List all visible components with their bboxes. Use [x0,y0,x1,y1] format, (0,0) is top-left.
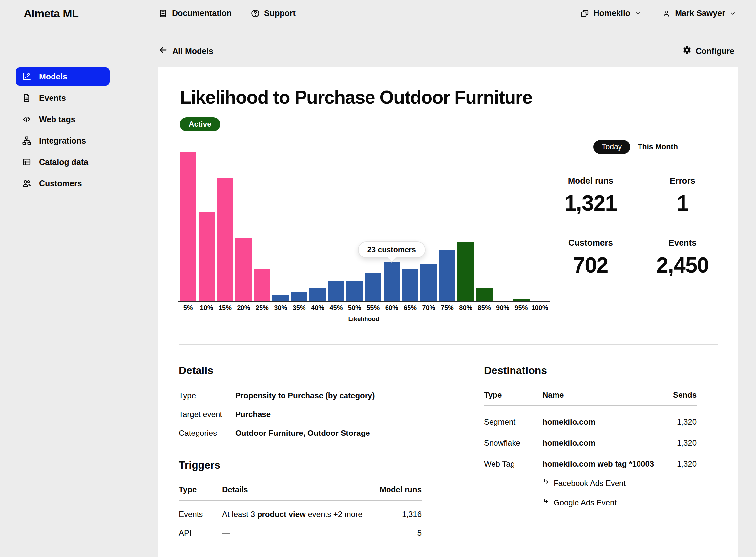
chart-bar-50%[interactable] [346,281,363,302]
chart-bar-slot [309,288,327,302]
trigger-details-event-name: product view [257,510,306,519]
chart-bar-15%[interactable] [217,178,233,302]
nav-documentation-label: Documentation [172,8,232,18]
destination-type: Web Tag [484,459,542,469]
toggle-today[interactable]: Today [593,140,630,154]
details-row-label: Categories [179,428,235,438]
chart-bar-75%[interactable] [439,250,455,302]
configure-button[interactable]: Configure [683,45,734,57]
x-tick-55%: 55% [364,304,382,312]
sidebar-item-customers[interactable]: Customers [16,174,109,193]
chart-bar-55%[interactable] [365,272,381,302]
destination-sends: 1,320 [677,459,697,469]
workspace-switcher[interactable]: Homekilo [580,8,641,18]
x-axis-label: Likelihood [179,315,549,323]
stat-value: 1,321 [545,190,636,215]
chart-bar-85%[interactable] [476,288,493,302]
destinations-col-name: Name [542,390,673,400]
destinations-table-header: Type Name Sends [484,390,697,406]
back-label: All Models [172,46,213,56]
x-tick-60%: 60% [382,304,401,312]
sidebar-item-label: Web tags [39,115,75,124]
destination-child-row: Google Ads Event [542,498,697,508]
destinations-col-sends: Sends [673,390,697,400]
x-tick-90%: 90% [494,304,512,312]
arrow-left-icon [158,45,168,57]
chart-bar-45%[interactable] [328,281,344,302]
sidebar-item-label: Integrations [39,136,86,146]
x-tick-50%: 50% [346,304,364,312]
chart-bar-slot [364,272,382,302]
chart-bar-60%[interactable] [384,262,400,302]
likelihood-histogram: 23 customers [179,144,549,302]
trigger-more-link[interactable]: +2 more [334,510,363,519]
triggers-heading: Triggers [179,459,422,471]
user-name-label: Mark Sawyer [675,8,725,18]
sidebar-item-events[interactable]: Events [16,89,109,107]
triggers-row-events: EventsAt least 3 product view events +2 … [179,509,422,519]
chart-bar-40%[interactable] [309,288,326,302]
user-menu[interactable]: Mark Sawyer [662,8,736,18]
chart-bar-slot [419,264,438,302]
chart-tooltip: 23 customers [358,241,425,258]
x-tick-30%: 30% [271,304,290,312]
help-icon [251,9,260,18]
x-tick-10%: 10% [197,304,216,312]
status-badge: Active [180,117,220,131]
stat-value: 702 [545,253,636,277]
destinations-section: Destinations Type Name Sends Segmenthome… [484,364,697,508]
chart-bar-80%[interactable] [458,242,474,302]
toggle-this-month[interactable]: This Month [637,143,678,151]
chart-bar-slot [290,292,308,302]
stat-model-runs: Model runs1,321 [545,176,636,215]
triggers-col-model-runs: Model runs [380,485,422,494]
sidebar-item-models[interactable]: Models [16,67,109,86]
nav-support[interactable]: Support [251,8,296,18]
configure-label: Configure [696,46,734,56]
details-row: CategoriesOutdoor Furniture, Outdoor Sto… [179,428,422,438]
x-tick-95%: 95% [512,304,530,312]
stat-events: Events2,450 [636,238,728,277]
destinations-row-web-tag: Web Taghomekilo.com web tag *100031,320 [484,459,697,469]
details-row-label: Target event [179,409,235,419]
sub-arrow-icon [542,478,550,488]
trigger-details-text: events [306,510,334,519]
chart-bar-70%[interactable] [420,264,437,302]
chart-bar-25%[interactable] [254,269,271,302]
sub-arrow-icon [542,498,550,508]
chart-bar-35%[interactable] [291,292,308,302]
back-to-all-models[interactable]: All Models [158,45,213,57]
app-logo[interactable]: Almeta ML [24,7,78,20]
chart-bar-10%[interactable] [198,212,215,302]
destination-sends: 1,320 [677,417,697,427]
sidebar-item-integrations[interactable]: Integrations [16,131,109,150]
gear-icon [683,45,692,57]
triggers-row-api: API—5 [179,528,422,538]
trigger-details-text: At least 3 [222,510,257,519]
trigger-details: At least 3 product view events +2 more [222,509,402,519]
triggers-col-details: Details [222,485,380,494]
chart-bar-30%[interactable] [272,295,289,302]
chart-bar-slot [401,269,419,302]
destination-name: homekilo.com [542,417,677,427]
chart-bar-65%[interactable] [402,269,418,302]
x-tick-5%: 5% [179,304,197,312]
workspace-icon [580,9,589,18]
sidebar-item-catalog-data[interactable]: Catalog data [16,153,109,171]
destination-type: Snowflake [484,438,542,448]
nav-documentation[interactable]: Documentation [158,8,232,18]
x-tick-45%: 45% [327,304,345,312]
stat-label: Errors [636,176,728,186]
trigger-model-runs: 1,316 [402,509,422,519]
trigger-type: Events [179,509,222,519]
x-tick-20%: 20% [234,304,253,312]
x-tick-35%: 35% [290,304,308,312]
nav-support-label: Support [264,8,296,18]
destinations-heading: Destinations [484,364,697,377]
destinations-col-type: Type [484,390,542,400]
chart-bar-5%[interactable] [180,152,196,302]
sidebar-item-web-tags[interactable]: Web tags [16,110,109,128]
details-row-value: Outdoor Furniture, Outdoor Storage [235,428,370,438]
chart-bar-20%[interactable] [235,238,252,302]
user-icon [662,9,671,18]
